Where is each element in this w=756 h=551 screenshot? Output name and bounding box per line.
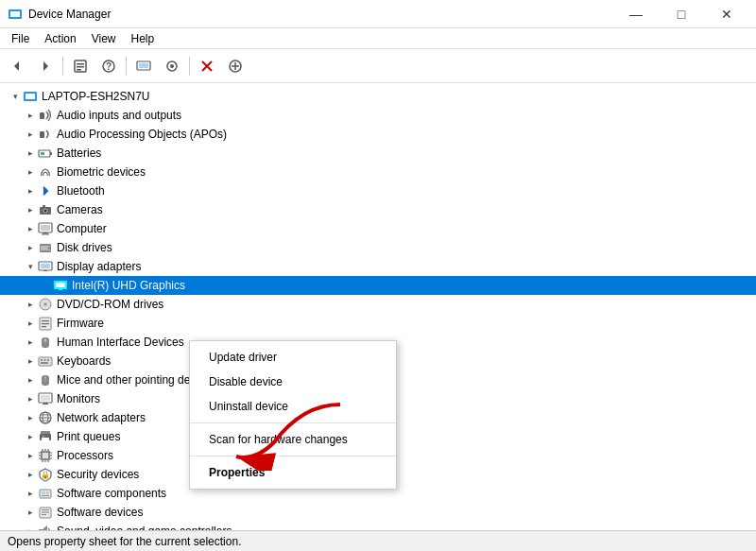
icon-audio-inputs — [38, 108, 53, 123]
expand-audio-inputs[interactable] — [23, 108, 38, 123]
label-intel-gpu: Intel(R) UHD Graphics — [72, 279, 185, 292]
expand-software-comp[interactable] — [23, 486, 38, 501]
menu-help[interactable]: Help — [124, 30, 163, 47]
expand-hid[interactable] — [23, 335, 38, 350]
toolbar-update[interactable] — [130, 53, 157, 79]
label-display: Display adapters — [57, 260, 141, 273]
root-expand[interactable] — [8, 89, 23, 104]
tree-dvd[interactable]: DVD/CD-ROM drives — [0, 295, 756, 314]
status-text: Opens property sheet for the current sel… — [8, 535, 241, 548]
tree-audio-apo[interactable]: Audio Processing Objects (APOs) — [0, 125, 756, 144]
tree-sound[interactable]: Sound, video and game controllers — [0, 522, 756, 530]
svg-rect-53 — [39, 357, 52, 366]
expand-security[interactable] — [23, 467, 38, 482]
icon-processors — [38, 448, 53, 463]
icon-cameras — [38, 202, 53, 217]
tree-root[interactable]: LAPTOP-ESH2SN7U — [0, 87, 756, 106]
tree-bluetooth[interactable]: Bluetooth — [0, 181, 756, 200]
svg-rect-72 — [43, 436, 44, 438]
svg-rect-55 — [44, 359, 46, 361]
label-network: Network adapters — [57, 411, 146, 424]
expand-disk[interactable] — [23, 240, 38, 255]
expand-sound[interactable] — [23, 524, 38, 530]
expand-display[interactable] — [23, 259, 38, 274]
app-icon — [8, 7, 23, 22]
svg-text:?: ? — [106, 61, 112, 72]
label-audio-apo: Audio Processing Objects (APOs) — [57, 128, 227, 141]
svg-rect-57 — [41, 362, 48, 364]
expand-monitors[interactable] — [23, 391, 38, 406]
label-dvd: DVD/CD-ROM drives — [57, 298, 163, 311]
toolbar-help[interactable]: ? — [95, 53, 122, 79]
ctx-uninstall-device[interactable]: Uninstall device — [190, 394, 396, 419]
svg-rect-74 — [43, 453, 48, 458]
tree-cameras[interactable]: Cameras — [0, 200, 756, 219]
title-bar: Device Manager — □ ✕ — [0, 0, 756, 28]
toolbar-sep-3 — [189, 57, 190, 76]
expand-keyboards[interactable] — [23, 353, 38, 369]
maximize-button[interactable]: □ — [660, 0, 703, 28]
label-bluetooth: Bluetooth — [57, 184, 105, 198]
toolbar-scan[interactable] — [159, 53, 185, 79]
svg-point-13 — [170, 64, 174, 68]
expand-processors[interactable] — [23, 448, 38, 463]
minimize-button[interactable]: — — [614, 0, 658, 28]
expand-dvd[interactable] — [23, 297, 38, 312]
tree-batteries[interactable]: Batteries — [0, 144, 756, 163]
svg-rect-49 — [42, 326, 46, 327]
toolbar-sep-2 — [126, 57, 127, 76]
svg-rect-1 — [10, 11, 20, 17]
expand-biometric[interactable] — [23, 164, 38, 180]
expand-cameras[interactable] — [23, 202, 38, 217]
main-content: LAPTOP-ESH2SN7U Audio inputs and outputs — [0, 83, 756, 530]
menu-view[interactable]: View — [84, 30, 124, 47]
expand-firmware[interactable] — [23, 316, 38, 331]
root-label: LAPTOP-ESH2SN7U — [42, 90, 150, 103]
expand-print[interactable] — [23, 429, 38, 444]
toolbar-properties[interactable] — [67, 53, 94, 79]
icon-sound — [38, 524, 53, 530]
ctx-sep-1 — [190, 422, 396, 423]
icon-security: 🔒 — [38, 467, 53, 482]
tree-computer[interactable]: Computer — [0, 219, 756, 238]
ctx-properties[interactable]: Properties — [190, 460, 396, 485]
ctx-disable-device[interactable]: Disable device — [190, 370, 396, 394]
toolbar-delete[interactable] — [194, 53, 220, 79]
expand-mice[interactable] — [23, 372, 38, 387]
svg-rect-11 — [139, 63, 148, 68]
svg-rect-7 — [77, 69, 81, 71]
toolbar-add[interactable] — [222, 53, 249, 79]
menu-file[interactable]: File — [4, 30, 37, 47]
expand-batteries[interactable] — [23, 146, 38, 161]
tree-firmware[interactable]: Firmware — [0, 314, 756, 333]
menu-action[interactable]: Action — [37, 30, 83, 47]
svg-rect-38 — [41, 264, 50, 268]
icon-audio-apo — [38, 127, 53, 142]
close-button[interactable]: ✕ — [705, 0, 748, 28]
tree-audio-inputs[interactable]: Audio inputs and outputs — [0, 106, 756, 125]
svg-rect-22 — [40, 131, 44, 138]
svg-rect-89 — [42, 491, 45, 494]
tree-disk[interactable]: Disk drives — [0, 238, 756, 257]
toolbar-sep-1 — [62, 57, 63, 76]
root-icon — [23, 89, 38, 104]
ctx-scan[interactable]: Scan for hardware changes — [190, 427, 396, 452]
toolbar-back[interactable] — [4, 53, 30, 79]
expand-network[interactable] — [23, 410, 38, 425]
svg-rect-24 — [50, 152, 52, 155]
tree-intel-gpu[interactable]: Intel(R) UHD Graphics — [0, 276, 756, 295]
expand-computer[interactable] — [23, 221, 38, 236]
icon-disk — [38, 240, 53, 255]
ctx-update-driver[interactable]: Update driver — [190, 345, 396, 370]
tree-display[interactable]: Display adapters — [0, 257, 756, 276]
expand-audio-apo[interactable] — [23, 127, 38, 142]
expand-bluetooth[interactable] — [23, 183, 38, 198]
tree-biometric[interactable]: Biometric devices — [0, 163, 756, 181]
label-print: Print queues — [57, 430, 120, 443]
expand-software-dev[interactable] — [23, 505, 38, 520]
toolbar-forward[interactable] — [32, 53, 59, 79]
label-disk: Disk drives — [57, 241, 112, 254]
svg-rect-91 — [42, 495, 49, 496]
label-batteries: Batteries — [57, 146, 101, 160]
tree-software-dev[interactable]: Software devices — [0, 503, 756, 522]
